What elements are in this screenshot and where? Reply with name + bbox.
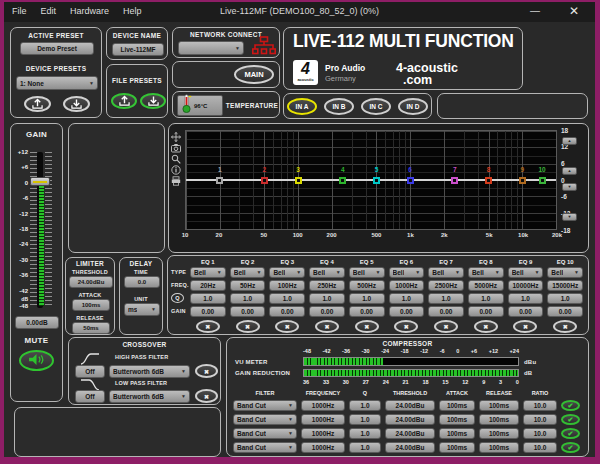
eq-q-field[interactable]: 1.0 <box>269 293 305 304</box>
hpf-bypass-button[interactable]: ✖ <box>195 364 218 378</box>
input-button-in-d[interactable]: IN D <box>398 98 428 115</box>
comp-attack-field[interactable]: 100ms <box>439 428 475 439</box>
comp-threshold-field[interactable]: 24.00dBu <box>385 414 435 425</box>
preset-upload-button[interactable] <box>24 96 51 112</box>
eq-freq-field[interactable]: 50Hz <box>230 280 266 291</box>
limiter-threshold-field[interactable]: 24.00dBu <box>69 276 113 288</box>
comp-ratio-field[interactable]: 10.0 <box>523 428 557 439</box>
device-preset-select[interactable]: 1: None ▼ <box>16 76 98 90</box>
eq-freq-field[interactable]: 1000Hz <box>389 280 425 291</box>
comp-enable-button[interactable]: ✔ <box>561 442 580 453</box>
comp-attack-field[interactable]: 100ms <box>439 414 475 425</box>
delay-time-field[interactable]: 0.0 <box>124 276 160 288</box>
delay-unit-select[interactable]: ms ▼ <box>124 303 160 316</box>
eq-q-field[interactable]: 1.0 <box>468 293 504 304</box>
eq-gain-field[interactable]: 0.00 <box>547 306 583 317</box>
eq-freq-field[interactable]: 250Hz <box>309 280 345 291</box>
eq-gain-field[interactable]: 0.00 <box>230 306 266 317</box>
eq-freq-field[interactable]: 2500Hz <box>428 280 464 291</box>
eq-gain-field[interactable]: 0.00 <box>349 306 385 317</box>
comp-filter-select[interactable]: Band Cut▼ <box>233 400 297 411</box>
eq-bypass-button[interactable]: ✖ <box>355 320 379 333</box>
eq-freq-field[interactable]: 20Hz <box>190 280 226 291</box>
file-download-button[interactable] <box>140 93 166 109</box>
eq-point-8[interactable] <box>485 177 492 184</box>
eq-type-select[interactable]: Bell▼ <box>508 267 544 278</box>
eq-freq-field[interactable]: 15000Hz <box>547 280 583 291</box>
eq-point-5[interactable] <box>373 177 380 184</box>
eq-type-select[interactable]: Bell▼ <box>428 267 464 278</box>
minimize-button[interactable]: — <box>530 5 540 16</box>
comp-filter-select[interactable]: Band Cut▼ <box>233 428 297 439</box>
comp-attack-field[interactable]: 100ms <box>439 400 475 411</box>
eq-gain-field[interactable]: 0.00 <box>269 306 305 317</box>
file-upload-button[interactable] <box>111 93 137 109</box>
eq-q-field[interactable]: 1.0 <box>389 293 425 304</box>
comp-enable-button[interactable]: ✔ <box>561 414 580 425</box>
eq-point-2[interactable] <box>261 177 268 184</box>
comp-filter-select[interactable]: Band Cut▼ <box>233 442 297 453</box>
eq-q-field[interactable]: 1.0 <box>309 293 345 304</box>
eq-point-7[interactable] <box>451 177 458 184</box>
comp-q-field[interactable]: 1.0 <box>349 414 381 425</box>
comp-q-field[interactable]: 1.0 <box>349 428 381 439</box>
eq-gain-field[interactable]: 0.00 <box>508 306 544 317</box>
comp-frequency-field[interactable]: 1000Hz <box>301 428 345 439</box>
eq-bypass-button[interactable]: ✖ <box>196 320 220 333</box>
comp-ratio-field[interactable]: 10.0 <box>523 414 557 425</box>
lpf-type-select[interactable]: Butterworth 6dB ▼ <box>109 390 190 403</box>
gain-value-field[interactable]: 0.00dB <box>15 316 59 329</box>
eq-type-select[interactable]: Bell▼ <box>349 267 385 278</box>
main-button[interactable]: MAIN <box>234 65 274 84</box>
limiter-release-field[interactable]: 50ms <box>72 322 110 334</box>
eq-point-9[interactable] <box>519 177 526 184</box>
eq-q-field[interactable]: 1.0 <box>190 293 226 304</box>
eq-point-3[interactable] <box>295 177 302 184</box>
comp-release-field[interactable]: 100ms <box>479 442 519 453</box>
input-button-in-c[interactable]: IN C <box>361 98 391 115</box>
comp-release-field[interactable]: 100ms <box>479 428 519 439</box>
eq-gain-field[interactable]: 0.00 <box>389 306 425 317</box>
device-name-field[interactable]: Live-112MF <box>112 43 164 56</box>
eq-type-select[interactable]: Bell▼ <box>309 267 345 278</box>
eq-freq-field[interactable]: 100Hz <box>269 280 305 291</box>
y-scale-down-button[interactable]: ▼ <box>562 213 577 221</box>
eq-q-field[interactable]: 1.0 <box>508 293 544 304</box>
comp-enable-button[interactable]: ✔ <box>561 428 580 439</box>
camera-icon[interactable] <box>171 139 181 149</box>
comp-q-field[interactable]: 1.0 <box>349 442 381 453</box>
eq-freq-field[interactable]: 500Hz <box>349 280 385 291</box>
eq-q-field[interactable]: 1.0 <box>230 293 266 304</box>
eq-type-select[interactable]: Bell▼ <box>389 267 425 278</box>
eq-type-select[interactable]: Bell▼ <box>269 267 305 278</box>
eq-type-select[interactable]: Bell▼ <box>468 267 504 278</box>
eq-gain-field[interactable]: 0.00 <box>190 306 226 317</box>
input-button-in-b[interactable]: IN B <box>324 98 354 115</box>
comp-threshold-field[interactable]: 24.00dBu <box>385 442 435 453</box>
eq-bypass-button[interactable]: ✖ <box>434 320 458 333</box>
comp-threshold-field[interactable]: 24.00dBu <box>385 400 435 411</box>
lpf-bypass-button[interactable]: ✖ <box>195 389 218 403</box>
lpf-state-field[interactable]: Off <box>75 390 105 403</box>
eq-freq-field[interactable]: 10000Hz <box>508 280 544 291</box>
zoom-icon[interactable] <box>171 150 181 160</box>
y-scale-up-button[interactable]: ▲ <box>562 137 577 145</box>
eq-gain-field[interactable]: 0.00 <box>309 306 345 317</box>
comp-enable-button[interactable]: ✔ <box>561 400 580 411</box>
comp-frequency-field[interactable]: 1000Hz <box>301 414 345 425</box>
eq-bypass-button[interactable]: ✖ <box>513 320 537 333</box>
hpf-type-select[interactable]: Butterworth 6dB ▼ <box>109 365 190 378</box>
eq-point-10[interactable] <box>539 177 546 184</box>
info-icon[interactable] <box>171 161 181 171</box>
comp-attack-field[interactable]: 100ms <box>439 442 475 453</box>
eq-bypass-button[interactable]: ✖ <box>315 320 339 333</box>
eq-plot-area[interactable]: 12345678910 <box>185 130 557 230</box>
limiter-attack-field[interactable]: 100ms <box>72 299 110 311</box>
eq-bypass-button[interactable]: ✖ <box>553 320 577 333</box>
eq-bypass-button[interactable]: ✖ <box>474 320 498 333</box>
close-button[interactable]: ✕ <box>569 4 579 18</box>
comp-release-field[interactable]: 100ms <box>479 400 519 411</box>
active-preset-field[interactable]: Demo Preset <box>20 42 94 55</box>
eq-point-6[interactable] <box>407 177 414 184</box>
eq-type-select[interactable]: Bell▼ <box>190 267 226 278</box>
